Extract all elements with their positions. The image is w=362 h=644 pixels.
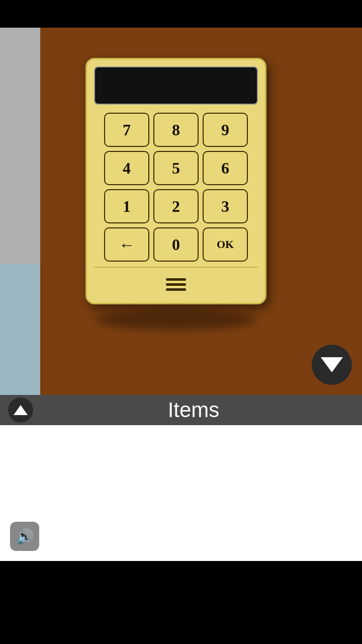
hamburger-icon [166,278,186,291]
keypad-wrapper: 7 8 9 4 5 6 1 2 3 ← 0 OK [85,58,272,319]
items-label: Items [33,398,354,422]
keypad-bottom-section [94,267,258,296]
keypad-btn-9[interactable]: 9 [203,113,248,147]
keypad-btn-8[interactable]: 8 [153,113,199,147]
keypad-btn-6[interactable]: 6 [203,151,248,185]
bottom-bar [0,561,362,644]
keypad-device: 7 8 9 4 5 6 1 2 3 ← 0 OK [85,58,266,304]
game-area: 7 8 9 4 5 6 1 2 3 ← 0 OK [0,28,362,395]
sound-icon: 🔊 [16,528,34,545]
keypad-buttons: 7 8 9 4 5 6 1 2 3 ← 0 OK [104,113,248,262]
scroll-up-button[interactable] [8,397,33,423]
keypad-btn-ok[interactable]: OK [203,227,248,262]
keypad-display [94,66,258,105]
keypad-btn-0[interactable]: 0 [153,227,199,262]
sound-toggle-button[interactable]: 🔊 [10,522,39,551]
left-blue-element [0,264,40,395]
keypad-btn-5[interactable]: 5 [153,151,199,185]
keypad-btn-2[interactable]: 2 [153,189,199,223]
scroll-down-button[interactable] [312,345,352,385]
keypad-btn-4[interactable]: 4 [104,151,149,185]
keypad-shadow [96,309,256,330]
top-bar [0,0,362,28]
keypad-btn-7[interactable]: 7 [104,113,149,147]
items-bar: Items [0,395,362,425]
keypad-btn-3[interactable]: 3 [203,189,248,223]
keypad-btn-back[interactable]: ← [104,227,149,262]
inventory-area: 🔊 [0,425,362,561]
keypad-btn-1[interactable]: 1 [104,189,149,223]
